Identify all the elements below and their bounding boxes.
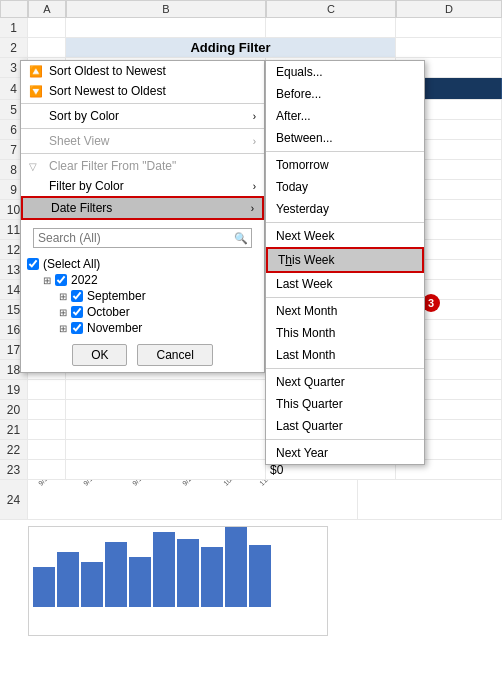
october-item: ⊞ October — [27, 304, 258, 320]
spreadsheet: A B C D 1 2 Adding Filter 3 — [0, 0, 502, 686]
next-week-label: Next Week — [276, 229, 334, 243]
title-row: 2 Adding Filter — [0, 38, 502, 58]
chevron-right-icon-3: › — [253, 181, 256, 192]
november-item: ⊞ November — [27, 320, 258, 336]
submenu-this-quarter[interactable]: This Quarter — [266, 393, 424, 415]
cell-b1 — [66, 18, 266, 37]
submenu-tomorrow[interactable]: Tomorrow — [266, 154, 424, 176]
table-row: 20 — [0, 400, 502, 420]
submenu-between[interactable]: Between... — [266, 127, 424, 149]
menu-sort-color[interactable]: Sort by Color › — [21, 106, 264, 126]
submenu-next-year[interactable]: Next Year — [266, 442, 424, 464]
submenu-before[interactable]: Before... — [266, 83, 424, 105]
submenu-last-month[interactable]: Last Month — [266, 344, 424, 366]
cell-d2 — [396, 38, 502, 57]
button-row: OK Cancel — [21, 338, 264, 372]
row-num-23: 23 — [0, 460, 28, 479]
menu-sheet-view[interactable]: Sheet View › — [21, 131, 264, 151]
search-icon[interactable]: 🔍 — [231, 232, 251, 245]
bar-4 — [105, 542, 127, 607]
column-headers: A B C D — [0, 0, 502, 18]
yesterday-label: Yesterday — [276, 202, 329, 216]
date-filters-submenu: Equals... Before... After... Between... … — [265, 60, 425, 465]
sort-desc-icon: 🔽 — [29, 85, 49, 98]
next-month-label: Next Month — [276, 304, 337, 318]
table-row: 21 $2,100 — [0, 420, 502, 440]
submenu-yesterday[interactable]: Yesterday — [266, 198, 424, 220]
ok-button[interactable]: OK — [72, 344, 127, 366]
chevron-right-icon-2: › — [253, 136, 256, 147]
bar-7 — [177, 539, 199, 607]
today-label: Today — [276, 180, 308, 194]
expand-2022-icon[interactable]: ⊞ — [43, 275, 55, 286]
submenu-this-month[interactable]: This Month — [266, 322, 424, 344]
search-area: 🔍 — [21, 220, 264, 254]
page-title: Adding Filter — [66, 38, 396, 57]
submenu-next-quarter[interactable]: Next Quarter — [266, 371, 424, 393]
cell-d1 — [396, 18, 502, 37]
table-row: 24 9/5/2022 9/12/2022 9/19/2022 9/26/202… — [0, 480, 502, 520]
menu-sort-desc[interactable]: 🔽 Sort Newest to Oldest — [21, 81, 264, 101]
submenu-equals[interactable]: Equals... — [266, 61, 424, 83]
expand-sep-icon[interactable]: ⊞ — [59, 291, 71, 302]
submenu-next-week[interactable]: Next Week — [266, 225, 424, 247]
year-2022-checkbox[interactable] — [55, 274, 67, 286]
november-label: November — [87, 321, 142, 335]
row-num-24: 24 — [0, 480, 28, 519]
cancel-button[interactable]: Cancel — [137, 344, 212, 366]
submenu-last-quarter[interactable]: Last Quarter — [266, 415, 424, 437]
search-input[interactable] — [34, 229, 231, 247]
select-all-checkbox[interactable] — [27, 258, 39, 270]
date-filters-label: Date Filters — [51, 201, 112, 215]
chart-bars — [29, 527, 327, 607]
submenu-last-week[interactable]: Last Week — [266, 273, 424, 295]
row-num-1: 1 — [0, 18, 28, 37]
chevron-right-icon: › — [253, 111, 256, 122]
chevron-right-icon-4: › — [251, 203, 254, 214]
row-num-19: 19 — [0, 380, 28, 399]
bar-3 — [81, 562, 103, 607]
menu-date-filters[interactable]: Date Filters › — [21, 196, 264, 220]
separator-1 — [21, 103, 264, 104]
bar-6 — [153, 532, 175, 607]
clear-filter-icon: ▽ — [29, 161, 49, 172]
bar-8 — [201, 547, 223, 607]
separator-2 — [21, 128, 264, 129]
menu-filter-color[interactable]: Filter by Color › — [21, 176, 264, 196]
september-label: September — [87, 289, 146, 303]
last-month-label: Last Month — [276, 348, 335, 362]
sort-color-label: Sort by Color — [49, 109, 119, 123]
before-label: Before... — [276, 87, 321, 101]
checkbox-tree: (Select All) ⊞ 2022 ⊞ September ⊞ Octobe… — [21, 254, 264, 338]
select-all-label: (Select All) — [43, 257, 100, 271]
bar-1 — [33, 567, 55, 607]
col-header-d: D — [396, 0, 502, 18]
submenu-today[interactable]: Today — [266, 176, 424, 198]
next-year-label: Next Year — [276, 446, 328, 460]
october-label: October — [87, 305, 130, 319]
submenu-this-week[interactable]: This Week — [266, 247, 424, 273]
submenu-after[interactable]: After... — [266, 105, 424, 127]
november-checkbox[interactable] — [71, 322, 83, 334]
menu-sort-asc[interactable]: 🔼 Sort Oldest to Newest — [21, 61, 264, 81]
bar-10 — [249, 545, 271, 607]
last-week-label: Last Week — [276, 277, 332, 291]
expand-nov-icon[interactable]: ⊞ — [59, 323, 71, 334]
october-checkbox[interactable] — [71, 306, 83, 318]
sort-desc-label: Sort Newest to Oldest — [49, 84, 166, 98]
corner-cell — [0, 0, 28, 18]
row-num-2: 2 — [0, 38, 28, 57]
submenu-next-month[interactable]: Next Month — [266, 300, 424, 322]
menu-clear-filter[interactable]: ▽ Clear Filter From "Date" — [21, 156, 264, 176]
year-2022-label: 2022 — [71, 273, 98, 287]
chart-area — [28, 526, 328, 636]
september-checkbox[interactable] — [71, 290, 83, 302]
col-header-c: C — [266, 0, 396, 18]
context-menu: 🔼 Sort Oldest to Newest 🔽 Sort Newest to… — [20, 60, 265, 373]
col-header-b: B — [66, 0, 266, 18]
expand-oct-icon[interactable]: ⊞ — [59, 307, 71, 318]
chart-x-labels: 9/5/2022 9/12/2022 9/19/2022 9/26/2022 1… — [28, 480, 358, 519]
sub-sep-1 — [266, 151, 424, 152]
last-quarter-label: Last Quarter — [276, 419, 343, 433]
sub-sep-5 — [266, 439, 424, 440]
